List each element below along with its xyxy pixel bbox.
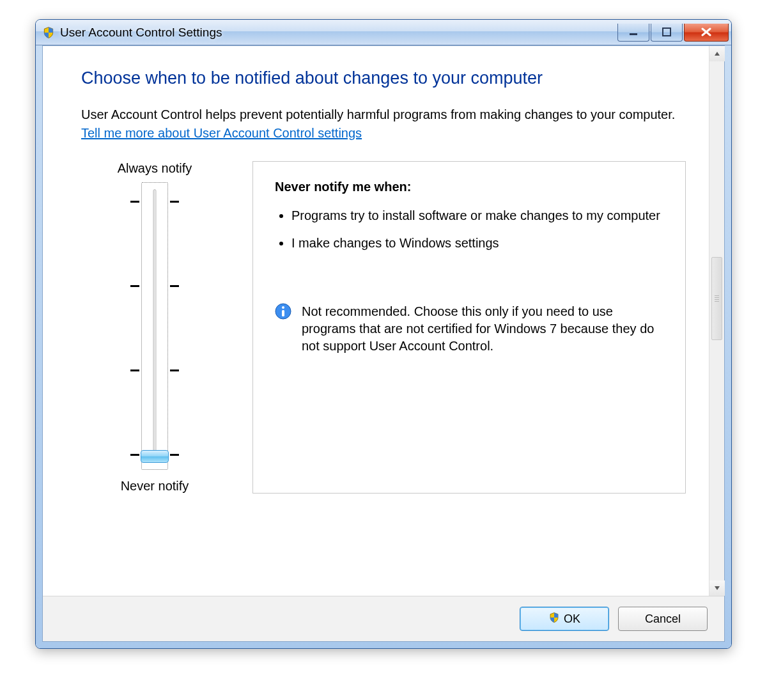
detail-bullet: Programs try to install software or make… [291, 207, 663, 224]
slider-bottom-label: Never notify [121, 479, 189, 494]
maximize-button[interactable] [651, 24, 683, 42]
ok-button-label: OK [564, 612, 580, 626]
slider-top-label: Always notify [118, 161, 192, 176]
minimize-button[interactable] [617, 24, 649, 42]
slider-tick [130, 201, 139, 203]
body-row: Always notify [81, 161, 686, 494]
notification-slider[interactable] [120, 182, 190, 470]
slider-tick [170, 201, 179, 203]
footer: OK Cancel [43, 596, 724, 641]
scroll-up-button[interactable] [709, 46, 725, 61]
detail-heading: Never notify me when: [275, 180, 663, 194]
info-icon [275, 303, 291, 320]
svg-rect-0 [630, 33, 637, 35]
slider-thumb[interactable] [141, 450, 169, 463]
window-controls [617, 24, 729, 42]
svg-point-3 [282, 306, 284, 309]
content-frame: Choose when to be notified about changes… [42, 45, 725, 642]
slider-tick [130, 369, 139, 371]
shield-icon [42, 26, 55, 39]
page-heading: Choose when to be notified about changes… [81, 68, 686, 88]
close-button[interactable] [684, 24, 729, 42]
slider-tick [170, 369, 179, 371]
titlebar[interactable]: User Account Control Settings [36, 20, 731, 45]
slider-groove [153, 189, 157, 456]
cancel-button-label: Cancel [645, 612, 681, 626]
shield-icon [548, 612, 560, 626]
window-title: User Account Control Settings [60, 26, 617, 40]
cancel-button[interactable]: Cancel [618, 607, 708, 631]
slider-tick [130, 285, 139, 287]
slider-channel [141, 182, 168, 470]
scrollbar-thumb[interactable] [711, 257, 722, 340]
slider-column: Always notify [81, 161, 228, 494]
vertical-scrollbar[interactable] [709, 46, 724, 596]
slider-tick [170, 285, 179, 287]
scroll-down-button[interactable] [709, 580, 725, 596]
help-link[interactable]: Tell me more about User Account Control … [81, 126, 362, 140]
uac-settings-window: User Account Control Settings Choose whe… [35, 19, 732, 649]
slider-tick [130, 454, 139, 456]
detail-panel: Never notify me when: Programs try to in… [252, 161, 686, 494]
scroll-area: Choose when to be notified about changes… [43, 46, 724, 596]
detail-bullet: I make changes to Windows settings [291, 235, 663, 252]
ok-button[interactable]: OK [520, 607, 609, 631]
svg-rect-1 [663, 28, 670, 36]
svg-rect-4 [282, 310, 284, 316]
info-row: Not recommended. Choose this only if you… [275, 303, 663, 355]
info-text: Not recommended. Choose this only if you… [302, 303, 663, 355]
intro-text: User Account Control helps prevent poten… [81, 106, 686, 123]
slider-tick [170, 454, 179, 456]
window-frame: Choose when to be notified about changes… [36, 45, 731, 648]
detail-list: Programs try to install software or make… [291, 207, 663, 252]
